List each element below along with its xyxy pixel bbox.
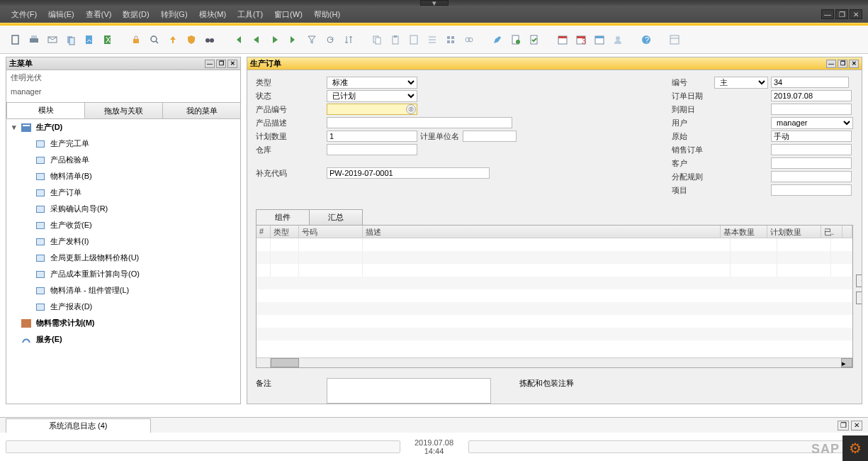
col-done[interactable]: 已. — [821, 226, 842, 238]
edit-icon[interactable] — [489, 31, 506, 48]
uom-input[interactable] — [463, 130, 517, 142]
tab-dragdrop[interactable]: 拖放与关联 — [84, 102, 163, 118]
prodno-lookup-icon[interactable]: ⦿ — [406, 104, 416, 114]
up-icon[interactable] — [164, 31, 181, 48]
user-select[interactable]: manager — [771, 117, 853, 129]
nav-item[interactable]: 物料清单(B) — [6, 168, 240, 184]
origin-input[interactable] — [771, 130, 852, 142]
notes-input[interactable] — [327, 378, 491, 404]
excel-icon[interactable]: X — [99, 31, 116, 48]
window-close-icon[interactable]: ✕ — [850, 9, 862, 19]
components-grid[interactable]: # 类型 号码 描述 基本数里 计划数里 已. — [256, 225, 853, 368]
grid-icon[interactable] — [442, 31, 459, 48]
next-icon[interactable] — [266, 31, 283, 48]
col-type[interactable]: 类型 — [271, 226, 299, 238]
wh-input[interactable] — [327, 144, 417, 155]
filter-icon[interactable] — [303, 31, 320, 48]
copy-icon[interactable] — [368, 31, 385, 48]
planqty-input[interactable] — [327, 130, 417, 142]
menu-window[interactable]: 窗口(W) — [269, 7, 308, 22]
col-plan[interactable]: 计划数里 — [767, 226, 821, 238]
titlebar-notch[interactable]: ▾ — [420, 0, 449, 6]
nav-item[interactable]: 生产报表(D) — [6, 299, 240, 315]
supp-input[interactable] — [327, 167, 490, 179]
new-icon[interactable] — [7, 31, 24, 48]
attach-icon[interactable] — [62, 31, 79, 48]
user-icon[interactable] — [609, 31, 626, 48]
grid-move-down-icon[interactable]: ↓ — [856, 291, 862, 304]
cut-icon[interactable] — [405, 31, 422, 48]
link-icon[interactable] — [461, 31, 478, 48]
menu-data[interactable]: 数据(D) — [117, 7, 154, 22]
panel-close-icon[interactable]: ✕ — [227, 60, 237, 68]
list-icon[interactable] — [424, 31, 441, 48]
no-input[interactable] — [771, 77, 849, 88]
menu-edit[interactable]: 编辑(E) — [43, 7, 80, 22]
menu-tools[interactable]: 工具(T) — [232, 7, 269, 22]
rule-input[interactable] — [771, 171, 852, 182]
sort-icon[interactable] — [340, 31, 357, 48]
col-idx[interactable]: # — [257, 226, 271, 238]
nav-item[interactable]: 生产收货(E) — [6, 217, 240, 233]
syslog-tab[interactable]: 系统消息日志 (4) — [6, 418, 151, 433]
grid-tab-summary[interactable]: 汇总 — [309, 209, 363, 225]
paste-icon[interactable] — [387, 31, 404, 48]
nav-item[interactable]: 物料清单 - 组件管理(L) — [6, 282, 240, 299]
doc-add-icon[interactable] — [507, 31, 524, 48]
form-min-icon[interactable]: — — [826, 60, 836, 68]
schedule-icon[interactable] — [591, 31, 608, 48]
grid-move-up-icon[interactable]: ↑ — [856, 274, 862, 287]
lock-icon[interactable] — [128, 31, 145, 48]
col-code[interactable]: 号码 — [299, 226, 363, 238]
last-icon[interactable] — [285, 31, 302, 48]
menu-view[interactable]: 查看(V) — [80, 7, 118, 22]
refresh-icon[interactable] — [322, 31, 339, 48]
tab-mymenu[interactable]: 我的菜单 — [162, 102, 240, 118]
desc-input[interactable] — [327, 117, 512, 128]
col-base[interactable]: 基本数里 — [721, 226, 767, 238]
window-minimize-icon[interactable]: — — [821, 9, 834, 19]
syslog-close-icon[interactable]: ✕ — [851, 421, 862, 431]
duedate-input[interactable] — [771, 104, 852, 115]
form-max-icon[interactable]: ❐ — [838, 60, 847, 68]
col-desc[interactable]: 描述 — [363, 226, 721, 238]
prev-icon[interactable] — [248, 31, 265, 48]
orderdate-input[interactable] — [771, 90, 852, 101]
help-icon[interactable]: ? — [638, 31, 655, 48]
calendar-icon[interactable] — [554, 31, 571, 48]
nav-service[interactable]: 服务(E) — [6, 331, 240, 348]
nav-item[interactable]: 采购确认向导(R) — [6, 201, 240, 217]
nav-item[interactable]: 生产完工单 — [6, 135, 240, 152]
prodno-input[interactable] — [327, 104, 417, 115]
panel-min-icon[interactable]: — — [205, 60, 215, 68]
gear-icon[interactable]: ⚙ — [842, 435, 868, 461]
first-icon[interactable] — [230, 31, 247, 48]
doc-check-icon[interactable] — [526, 31, 543, 48]
nav-item[interactable]: 生产发料(I) — [6, 233, 240, 250]
shield-icon[interactable] — [183, 31, 200, 48]
menu-goto[interactable]: 转到(G) — [155, 7, 193, 22]
nav-production[interactable]: ▾生产(D) — [6, 119, 240, 135]
so-input[interactable] — [771, 144, 852, 155]
menu-modules[interactable]: 模块(M) — [193, 7, 232, 22]
layout-icon[interactable] — [666, 31, 683, 48]
syslog-restore-icon[interactable]: ❐ — [838, 421, 849, 431]
binoculars-icon[interactable] — [201, 31, 218, 48]
print-icon[interactable] — [26, 31, 43, 48]
nav-item[interactable]: 产品检验单 — [6, 152, 240, 168]
panel-max-icon[interactable]: ❐ — [216, 60, 226, 68]
cust-input[interactable] — [771, 157, 852, 169]
nav-item[interactable]: 生产订单 — [6, 184, 240, 201]
grid-tab-components[interactable]: 组件 — [256, 209, 310, 225]
search-icon[interactable] — [146, 31, 163, 48]
alert-icon[interactable]: 3 — [573, 31, 590, 48]
menu-help[interactable]: 帮助(H) — [308, 7, 346, 22]
form-close-icon[interactable]: ✕ — [849, 60, 859, 68]
menu-file[interactable]: 文件(F) — [6, 7, 43, 22]
export-icon[interactable] — [81, 31, 98, 48]
nav-item[interactable]: 全局更新上级物料价格(U) — [6, 250, 240, 266]
status-select[interactable]: 已计划 — [327, 90, 417, 102]
type-select[interactable]: 标准 — [327, 77, 417, 89]
series-select[interactable]: 主 — [714, 77, 768, 89]
mail-icon[interactable] — [44, 31, 61, 48]
